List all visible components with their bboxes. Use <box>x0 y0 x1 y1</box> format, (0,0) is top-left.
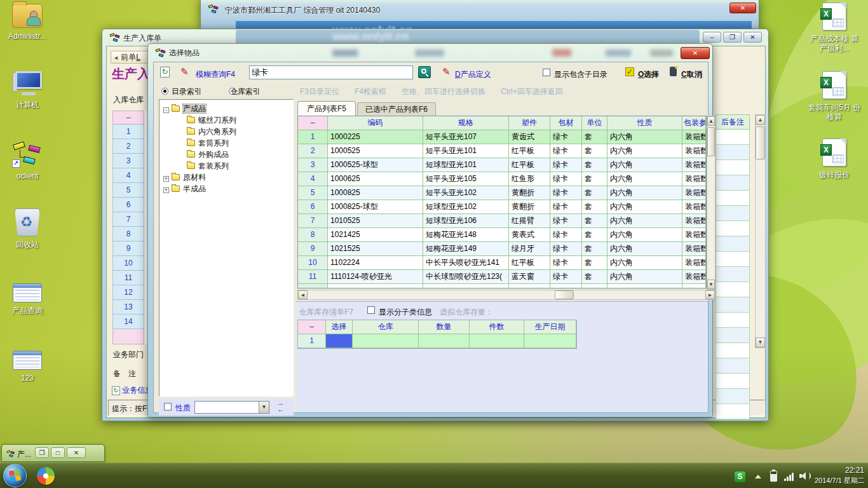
grid-cell[interactable] <box>715 358 750 374</box>
grid-cell[interactable] <box>715 313 750 328</box>
row-number-cell[interactable]: 13 <box>112 300 144 315</box>
search-button[interactable] <box>418 66 431 78</box>
network-signal-icon[interactable] <box>784 471 796 481</box>
scroll-thumb[interactable] <box>756 126 765 159</box>
tree-item[interactable]: 套筒系列 <box>161 137 293 149</box>
show-subdir-checkbox[interactable] <box>543 69 550 76</box>
grid-cell[interactable] <box>715 404 750 419</box>
maximize-button[interactable]: ❐ <box>723 32 742 43</box>
row-number-cell[interactable]: 2 <box>112 139 144 154</box>
scroll-thumb[interactable] <box>555 290 574 299</box>
desktop-icon-excel-workshop[interactable]: X 套筒车间5月 份核算 <box>807 71 862 122</box>
tab-product-list[interactable]: 产品列表F5 <box>297 101 356 116</box>
tree-expander[interactable]: + <box>163 176 169 182</box>
search-input[interactable] <box>249 65 413 79</box>
catalog-index-radio[interactable] <box>161 88 168 95</box>
battery-icon[interactable] <box>770 471 777 482</box>
row-number-cell[interactable]: 6 <box>112 198 144 212</box>
product-row[interactable]: 11000225短平头亚光107黄齿式绿卡套内六角装箱数 <box>298 130 706 144</box>
row-number-cell[interactable]: 1 <box>112 125 144 139</box>
grid-cell[interactable] <box>715 145 750 160</box>
grid-cell[interactable] <box>715 252 750 267</box>
start-button[interactable] <box>3 464 27 487</box>
tab-selected-list[interactable]: 已选中产品列表F6 <box>357 102 436 116</box>
grid-cell[interactable] <box>715 236 750 252</box>
tree-expander[interactable]: - <box>163 107 169 113</box>
grid-cell[interactable] <box>715 160 750 175</box>
cancel-button[interactable]: C取消 <box>681 69 702 80</box>
product-define-button[interactable]: D产品定义 <box>455 69 491 80</box>
product-row[interactable]: 101102224中长平头喷砂亚光141红平板绿卡套内六角装箱数 <box>298 256 706 270</box>
row-number-cell[interactable]: 8 <box>112 227 144 241</box>
close-button[interactable]: ✕ <box>67 447 86 458</box>
volume-icon[interactable] <box>799 471 811 480</box>
scroll-down-button[interactable]: ▼ <box>756 337 765 348</box>
product-hscrollbar[interactable]: ◄ ► <box>297 290 715 300</box>
product-row[interactable]: 111110124-喷砂亚光中长球型喷砂亚光123(蓝天窗绿卡套内六角装箱数 <box>298 270 706 284</box>
row-number-cell[interactable]: 12 <box>112 285 144 300</box>
scroll-right-button[interactable]: ► <box>705 290 715 299</box>
row-number-cell[interactable]: 7 <box>112 212 144 227</box>
desktop-icon-product-query[interactable]: 产品查询 <box>0 283 55 316</box>
scroll-up-button[interactable]: ▲ <box>707 116 715 126</box>
desktop-icon-excel-cost[interactable]: X 产品成本核 算产值利... <box>807 3 862 53</box>
tree-expander[interactable]: + <box>163 187 169 193</box>
business-info-link[interactable]: ↻ 业务信息 <box>112 385 150 396</box>
grid-cell[interactable] <box>715 267 750 282</box>
nature-select[interactable]: ▼ <box>194 401 269 414</box>
stock-table-row[interactable]: 1 <box>298 334 576 348</box>
product-row[interactable]: 41000625短平头亚光105红鱼形绿卡套内六角装箱数 <box>298 172 706 186</box>
product-row[interactable]: 21000525短平头亚光101红平板绿卡套内六角装箱数 <box>298 144 706 158</box>
desktop-icon-computer[interactable]: 计算机 <box>0 71 55 110</box>
dialog-close-button[interactable]: ✕ <box>681 47 710 59</box>
pinwheel-app-icon[interactable] <box>37 467 55 485</box>
refresh-icon[interactable]: ↻ <box>160 67 170 78</box>
row-number-cell[interactable]: 14 <box>112 315 144 329</box>
swap-icon[interactable]: → → <box>277 400 284 412</box>
tray-clock[interactable]: 22:21 2014/7/1 星期二 <box>815 466 864 485</box>
product-row[interactable]: 91021525短梅花亚光149绿月牙绿卡套内六角装箱数 <box>298 242 706 256</box>
restore-button[interactable]: ❐ <box>35 447 49 458</box>
close-button[interactable]: ✕ <box>743 32 762 43</box>
grid-cell[interactable] <box>715 374 750 389</box>
tree-item[interactable]: 外购成品 <box>161 149 293 160</box>
nature-checkbox[interactable] <box>164 403 172 410</box>
prev-order-button[interactable]: ◄ 前单L <box>111 51 149 64</box>
tray-expand-icon[interactable] <box>755 475 761 478</box>
scroll-up-button[interactable]: ▲ <box>756 115 765 125</box>
product-row[interactable]: 81021425短梅花亚光148黄表式绿卡套内六角装箱数 <box>298 228 706 242</box>
grid-cell[interactable] <box>715 130 750 145</box>
scroll-down-button[interactable]: ▼ <box>707 280 715 289</box>
subclass-checkbox[interactable] <box>367 306 375 314</box>
tree-item[interactable]: +半成品 <box>161 183 293 194</box>
desktop-icon-123[interactable]: 123 <box>0 351 55 383</box>
grid-cell[interactable] <box>715 206 750 221</box>
tree-item[interactable]: -产成品 <box>161 103 293 114</box>
row-number-cell[interactable]: 3 <box>112 154 144 168</box>
product-row[interactable]: 51000825短平头亚光102黄翻折绿卡套内六角装箱数 <box>298 186 706 200</box>
desktop-icon-administrator[interactable]: Administr... <box>0 4 55 41</box>
tree-item[interactable]: 内六角系列 <box>161 126 293 137</box>
row-number-cell[interactable]: 5 <box>112 183 144 198</box>
grid-cell[interactable] <box>715 175 750 191</box>
tree-item[interactable]: +原材料 <box>161 172 293 183</box>
product-row[interactable]: 61000825-球型短球型亚光102黄翻折绿卡套内六角装箱数 <box>298 200 706 214</box>
vertical-scrollbar[interactable]: ▲ ▼ <box>755 114 766 348</box>
desktop-icon-excel-quote[interactable]: X 镀锌报价 <box>807 139 862 180</box>
product-vscrollbar[interactable]: ▲ ▼ <box>707 116 715 290</box>
grid-cell[interactable] <box>715 297 750 313</box>
row-number-cell[interactable]: 4 <box>112 168 144 183</box>
product-row[interactable]: 71010525短球型亚光106红摇臂绿卡套内六角装箱数 <box>298 214 706 228</box>
chevron-down-icon[interactable]: ▼ <box>259 402 269 413</box>
row-number-cell[interactable]: 9 <box>112 241 144 256</box>
desktop-icon-oclient[interactable]: oclient <box>0 141 55 181</box>
maximize-button[interactable]: □ <box>51 447 65 458</box>
grid-cell[interactable] <box>715 343 750 358</box>
grid-cell[interactable] <box>715 328 750 343</box>
scroll-left-button[interactable]: ◄ <box>298 290 308 299</box>
row-number-cell[interactable]: 11 <box>112 271 144 285</box>
close-button[interactable]: ✕ <box>729 3 756 13</box>
select-button[interactable]: O选择 <box>638 69 659 80</box>
tree-item[interactable]: 螺丝刀系列 <box>161 114 293 126</box>
row-number-cell[interactable]: 10 <box>112 256 144 271</box>
